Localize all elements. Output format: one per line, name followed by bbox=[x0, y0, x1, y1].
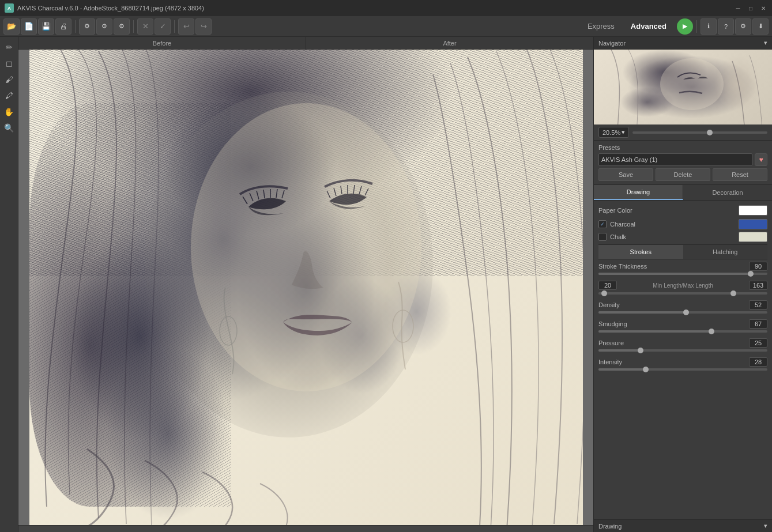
pressure-slider[interactable] bbox=[598, 349, 767, 352]
preset-select[interactable]: AKVIS Ash Gray (1) bbox=[598, 153, 752, 166]
smudging-thumb[interactable] bbox=[709, 329, 714, 334]
redo-button[interactable]: ↪ bbox=[195, 18, 212, 35]
zoom-value: 20.5% bbox=[602, 129, 620, 136]
save-preset-button[interactable]: Save bbox=[598, 168, 653, 181]
stroke-thickness-header: Stroke Thickness 90 bbox=[598, 262, 767, 271]
download-button[interactable]: ⬇ bbox=[752, 18, 769, 35]
pressure-thumb[interactable] bbox=[638, 348, 643, 353]
intensity-slider[interactable] bbox=[598, 368, 767, 371]
zoom-thumb[interactable] bbox=[707, 130, 713, 135]
intensity-thumb[interactable] bbox=[643, 367, 649, 372]
intensity-fill bbox=[598, 368, 646, 371]
smudging-fill bbox=[598, 330, 711, 333]
stroke-thickness-value: 90 bbox=[749, 262, 767, 271]
smudging-slider[interactable] bbox=[598, 330, 767, 333]
decoration-tab[interactable]: Decoration bbox=[683, 185, 772, 200]
strokes-tab[interactable]: Strokes bbox=[598, 245, 683, 259]
zoom-dropdown-icon: ▾ bbox=[622, 129, 625, 136]
navigator-header[interactable]: Navigator ▾ bbox=[594, 37, 772, 50]
density-thumb[interactable] bbox=[683, 310, 689, 315]
express-mode-button[interactable]: Express bbox=[582, 20, 620, 32]
zoom-tool[interactable]: 🔍 bbox=[2, 121, 16, 135]
mode-area: Express Advanced ▶ bbox=[582, 18, 693, 35]
density-fill bbox=[598, 311, 686, 314]
run-button[interactable]: ▶ bbox=[677, 18, 693, 35]
zoom-slider[interactable] bbox=[632, 131, 767, 134]
reset-preset-button[interactable]: Reset bbox=[713, 168, 767, 181]
stroke-thickness-thumb[interactable] bbox=[748, 271, 754, 277]
delete-preset-button[interactable]: Delete bbox=[656, 168, 710, 181]
presets-area: Presets AKVIS Ash Gray (1) ♥ Save Delete… bbox=[594, 141, 772, 185]
face-ellipse bbox=[191, 103, 421, 391]
settings-button[interactable]: ⚙ bbox=[735, 18, 751, 35]
charcoal-label: Charcoal bbox=[610, 221, 735, 228]
print-button[interactable]: 🖨 bbox=[55, 18, 71, 35]
navigator-preview bbox=[594, 50, 772, 124]
after-tab[interactable]: After bbox=[306, 37, 593, 49]
settings1-button[interactable]: ⚙ bbox=[79, 18, 95, 35]
pressure-label: Pressure bbox=[598, 339, 624, 346]
eraser-tool[interactable]: ◻ bbox=[2, 56, 16, 70]
stroke-thickness-slider[interactable] bbox=[598, 273, 767, 275]
hatching-tab[interactable]: Hatching bbox=[683, 245, 768, 259]
navigator-image bbox=[594, 50, 772, 124]
new-file-button[interactable]: 📄 bbox=[21, 18, 37, 35]
paper-color-swatch[interactable] bbox=[739, 205, 767, 216]
minmax-slider[interactable] bbox=[598, 292, 767, 295]
chalk-color-swatch[interactable] bbox=[739, 232, 767, 242]
app-icon: A bbox=[5, 3, 14, 13]
intensity-label: Intensity bbox=[598, 359, 622, 365]
max-length-thumb[interactable] bbox=[730, 290, 736, 296]
min-length-value: 20 bbox=[598, 281, 617, 290]
cancel-button[interactable]: ✕ bbox=[137, 18, 153, 35]
chalk-label: Chalk bbox=[610, 233, 735, 240]
advanced-mode-button[interactable]: Advanced bbox=[625, 20, 672, 32]
info-button[interactable]: ℹ bbox=[701, 18, 717, 35]
confirm-button[interactable]: ✓ bbox=[155, 18, 171, 35]
minmax-label: Min Length/Max Length bbox=[620, 282, 745, 289]
left-tool-panel: ✏ ◻ 🖌 🖍 ✋ 🔍 bbox=[0, 37, 18, 532]
smudging-label: Smudging bbox=[598, 320, 627, 327]
window-controls[interactable]: ─ □ ✕ bbox=[734, 4, 767, 12]
close-button[interactable]: ✕ bbox=[759, 4, 767, 12]
charcoal-color-swatch[interactable] bbox=[739, 219, 767, 229]
chalk-row: Chalk bbox=[598, 232, 767, 242]
separator-1 bbox=[75, 20, 76, 33]
bottom-bar[interactable]: Drawing ▾ bbox=[594, 519, 772, 532]
max-length-value: 163 bbox=[749, 281, 767, 290]
save-file-button[interactable]: 💾 bbox=[38, 18, 54, 35]
right-panel: Navigator ▾ bbox=[593, 37, 772, 532]
zoom-display[interactable]: 20.5% ▾ bbox=[598, 127, 629, 138]
min-length-thumb[interactable] bbox=[601, 290, 607, 296]
pressure-header: Pressure 25 bbox=[598, 338, 767, 348]
sketch-svg bbox=[29, 50, 583, 525]
canvas-image bbox=[29, 50, 583, 525]
before-tab[interactable]: Before bbox=[18, 37, 306, 49]
charcoal-row: ✓ Charcoal bbox=[598, 219, 767, 229]
navigator-label: Navigator bbox=[598, 40, 626, 47]
help-button[interactable]: ? bbox=[718, 18, 734, 35]
pencil-tool[interactable]: ✏ bbox=[2, 40, 16, 54]
favorite-button[interactable]: ♥ bbox=[755, 153, 767, 166]
settings2-button[interactable]: ⚙ bbox=[96, 18, 112, 35]
hand-tool[interactable]: ✋ bbox=[2, 105, 16, 119]
smudging-row: Smudging 67 bbox=[598, 319, 767, 333]
paint-tool[interactable]: 🖍 bbox=[2, 89, 16, 103]
view-tabs: Before After bbox=[18, 37, 593, 50]
main-content: ✏ ◻ 🖌 🖍 ✋ 🔍 Before After bbox=[0, 37, 772, 532]
drawing-tab[interactable]: Drawing bbox=[594, 185, 683, 200]
settings3-button[interactable]: ⚙ bbox=[114, 18, 130, 35]
pressure-value: 25 bbox=[749, 338, 767, 348]
maximize-button[interactable]: □ bbox=[747, 4, 755, 12]
horizontal-scrollbar[interactable] bbox=[18, 525, 593, 532]
brush-tool[interactable]: 🖌 bbox=[2, 73, 16, 86]
undo-button[interactable]: ↩ bbox=[178, 18, 194, 35]
minimize-button[interactable]: ─ bbox=[734, 4, 742, 12]
charcoal-checkbox[interactable]: ✓ bbox=[598, 220, 607, 228]
density-header: Density 52 bbox=[598, 300, 767, 310]
canvas-viewport[interactable] bbox=[18, 50, 593, 525]
open-file-button[interactable]: 📂 bbox=[3, 18, 20, 35]
density-label: Density bbox=[598, 301, 620, 308]
chalk-checkbox[interactable] bbox=[598, 233, 607, 241]
density-slider[interactable] bbox=[598, 311, 767, 314]
